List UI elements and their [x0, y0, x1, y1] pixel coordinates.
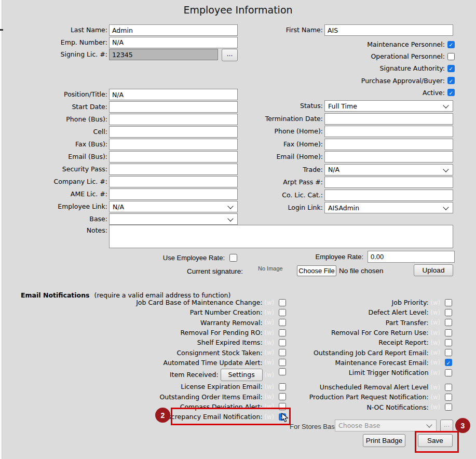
stores-base-select: Choose Base: [335, 420, 437, 431]
active-checkbox[interactable]: [447, 89, 455, 96]
fax-home-input[interactable]: [324, 139, 453, 150]
notification-row: Removal For Pending RO: (w): [0, 328, 286, 338]
form-row: Company Lic. #:: [0, 176, 238, 188]
outstanding-job-card-report-label: Outstanding Job Card Report Email:: [314, 349, 429, 357]
operational-personnel-label: Operational Personnel:: [371, 52, 445, 60]
job-card-base-change-checkbox[interactable]: [279, 299, 286, 306]
part-number-creation-checkbox[interactable]: [279, 309, 286, 316]
upload-button[interactable]: Upload: [414, 264, 453, 276]
employee-link-select[interactable]: N/A: [109, 201, 238, 212]
company-lic-input[interactable]: [109, 176, 238, 187]
no-image-text: No Image: [258, 265, 283, 272]
position-title-input[interactable]: [109, 89, 238, 100]
item-received-label: Item Received:: [170, 371, 219, 379]
cell-label: Cell:: [0, 126, 107, 136]
form-row: Fax (Bus):: [0, 139, 238, 151]
save-button[interactable]: Save: [418, 434, 453, 447]
shelf-expired-items-checkbox[interactable]: [279, 339, 286, 346]
noc-notifications-label: N-OC Notifications:: [366, 403, 428, 411]
login-link-select[interactable]: AISAdmin: [324, 202, 453, 213]
w-tag: (w): [265, 319, 274, 326]
arpt-pass-input[interactable]: [324, 177, 453, 188]
maintenance-forecast-checkbox[interactable]: [445, 359, 452, 366]
item-received-checkbox[interactable]: [279, 368, 286, 375]
notification-row: Part Transfer: (w): [291, 318, 452, 328]
removal-core-return-label: Removal For Core Return Use:: [331, 329, 429, 336]
security-pass-input[interactable]: [109, 164, 238, 175]
stores-base-browse-button[interactable]: ...: [440, 420, 453, 432]
employee-rate-input[interactable]: [368, 251, 455, 263]
fax-bus-input[interactable]: [109, 139, 238, 150]
w-tag: (w): [431, 384, 440, 391]
phone-bus-input[interactable]: [109, 114, 238, 125]
co-lic-cat-label: Co. Lic. Cat.:: [238, 190, 323, 199]
employee-link-value: N/A: [113, 203, 124, 211]
check-row: Maintenance Personnel:: [238, 38, 455, 50]
base-label: Base:: [0, 213, 107, 223]
trade-select[interactable]: N/A: [324, 164, 453, 176]
warranty-removal-label: Warranty Removal:: [200, 319, 263, 327]
job-priority-checkbox[interactable]: [445, 299, 452, 306]
phone-home-input[interactable]: [324, 126, 453, 137]
base-select[interactable]: [109, 213, 238, 225]
co-lic-cat-input[interactable]: [324, 190, 453, 201]
w-tag: (w): [265, 383, 274, 390]
termination-date-input[interactable]: [324, 113, 453, 125]
arpt-pass-label: Arpt Pass #:: [238, 177, 323, 186]
status-select[interactable]: Full Time: [324, 100, 453, 112]
automated-time-update-checkbox[interactable]: [279, 359, 286, 366]
first-name-input[interactable]: [324, 24, 453, 36]
noc-notifications-checkbox[interactable]: [445, 403, 452, 411]
settings-button[interactable]: Settings: [221, 369, 263, 381]
part-transfer-checkbox[interactable]: [445, 319, 452, 326]
compass-deviation-checkbox[interactable]: [279, 403, 286, 410]
notes-textarea[interactable]: [109, 225, 453, 248]
last-name-input[interactable]: [109, 24, 238, 36]
signing-lic-browse-button[interactable]: ...: [222, 49, 238, 61]
print-badge-button[interactable]: Print Badge: [363, 434, 405, 447]
form-row: Phone (Bus):: [0, 114, 238, 126]
last-name-label: Last Name:: [0, 24, 107, 34]
purchase-approval-checkbox[interactable]: [447, 77, 455, 84]
production-part-request-checkbox[interactable]: [445, 394, 452, 401]
removal-core-return-checkbox[interactable]: [445, 329, 452, 336]
form-row: Start Date:: [0, 101, 238, 114]
limit-trigger-checkbox[interactable]: [445, 369, 452, 376]
start-date-input[interactable]: [109, 101, 238, 113]
choose-file-button[interactable]: Choose File: [297, 265, 336, 276]
outstanding-order-items-checkbox[interactable]: [279, 393, 286, 400]
job-card-base-change-label: Job Card Base of Maintenance Change:: [136, 299, 262, 306]
consignment-stock-taken-checkbox[interactable]: [279, 349, 286, 356]
position-title-label: Position/Title:: [0, 89, 107, 98]
emp-number-input[interactable]: [109, 37, 238, 48]
email-bus-input[interactable]: [109, 151, 238, 163]
defect-alert-level-checkbox[interactable]: [445, 309, 452, 316]
form-row: Signing Lic. #: ...: [0, 49, 238, 62]
signature-authority-checkbox[interactable]: [447, 65, 455, 72]
notification-row: Receipt Report: (w): [291, 338, 452, 347]
step-3-badge: 3: [455, 418, 470, 433]
receipt-report-checkbox[interactable]: [445, 339, 452, 346]
operational-personnel-checkbox[interactable]: [447, 53, 455, 60]
receipt-report-label: Receipt Report:: [378, 339, 428, 346]
outstanding-job-card-report-checkbox[interactable]: [445, 349, 452, 356]
spacer: [291, 377, 452, 382]
maintenance-personnel-checkbox[interactable]: [447, 41, 455, 48]
page-title: Employee Information: [0, 4, 476, 16]
cell-input[interactable]: [109, 126, 238, 138]
removal-pending-ro-checkbox[interactable]: [279, 329, 286, 336]
shelf-expired-items-label: Shelf Expired Items:: [197, 339, 263, 346]
form-row: Email (Bus):: [0, 151, 238, 164]
form-row: Login Link: AISAdmin: [238, 202, 453, 215]
ame-lic-input[interactable]: [109, 188, 238, 200]
use-employee-rate-checkbox[interactable]: [229, 254, 237, 262]
license-expiration-checkbox[interactable]: [279, 383, 286, 390]
w-tag: (w): [431, 309, 440, 316]
unscheduled-removal-checkbox[interactable]: [445, 384, 452, 391]
defect-alert-level-label: Defect Alert Level:: [369, 308, 429, 316]
status-label: Status:: [238, 100, 323, 110]
w-tag: (w): [265, 359, 274, 366]
warranty-removal-checkbox[interactable]: [279, 319, 286, 326]
notes-label: Notes:: [0, 225, 107, 234]
email-home-input[interactable]: [324, 151, 453, 163]
